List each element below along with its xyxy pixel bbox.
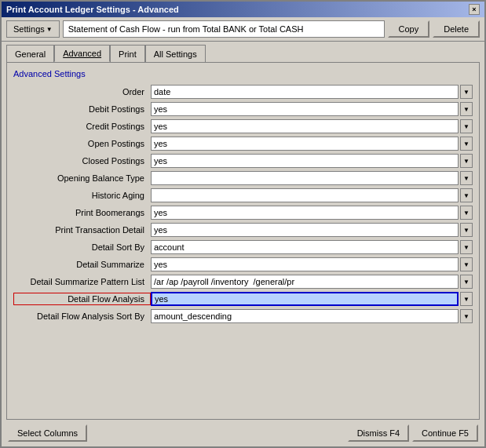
field-row-print-boomerangs: Print Boomerangs▼ xyxy=(13,206,473,220)
field-dropdown-detail-flow-analysis-sort-by[interactable]: ▼ xyxy=(460,309,473,323)
field-input-closed-postings[interactable] xyxy=(151,154,459,168)
field-row-historic-aging: Historic Aging▼ xyxy=(13,188,473,202)
tab-all-settings[interactable]: All Settings xyxy=(145,45,206,62)
field-input-order[interactable] xyxy=(151,85,459,99)
field-label-print-transaction-detail: Print Transaction Detail xyxy=(13,225,151,235)
footer-left: Select Columns xyxy=(8,424,87,442)
field-row-closed-postings: Closed Postings▼ xyxy=(13,154,473,168)
field-dropdown-order[interactable]: ▼ xyxy=(460,85,473,99)
field-label-order: Order xyxy=(13,87,151,97)
field-dropdown-print-boomerangs[interactable]: ▼ xyxy=(460,206,473,220)
field-input-wrap-print-transaction-detail: ▼ xyxy=(151,223,473,237)
field-dropdown-credit-postings[interactable]: ▼ xyxy=(460,119,473,133)
field-input-detail-summarize[interactable] xyxy=(151,257,459,271)
tab-general[interactable]: General xyxy=(6,45,54,62)
tab-advanced[interactable]: Advanced xyxy=(54,45,110,62)
field-label-print-boomerangs: Print Boomerangs xyxy=(13,208,151,217)
select-columns-button[interactable]: Select Columns xyxy=(8,424,87,442)
field-input-detail-flow-analysis[interactable] xyxy=(151,292,459,306)
field-row-detail-flow-analysis-sort-by: Detail Flow Analysis Sort By▼ xyxy=(13,309,473,323)
field-input-opening-balance-type[interactable] xyxy=(151,171,459,185)
field-label-historic-aging: Historic Aging xyxy=(13,191,151,200)
dismiss-button[interactable]: Dismiss F4 xyxy=(348,424,409,442)
toolbar: Settings ▼ Statement of Cash Flow - run … xyxy=(2,17,484,42)
field-input-wrap-detail-summarize: ▼ xyxy=(151,257,473,271)
field-input-debit-postings[interactable] xyxy=(151,102,459,116)
field-row-opening-balance-type: Opening Balance Type▼ xyxy=(13,171,473,185)
tab-print[interactable]: Print xyxy=(110,45,145,62)
field-label-opening-balance-type: Opening Balance Type xyxy=(13,173,151,183)
footer-right: Dismiss F4 Continue F5 xyxy=(348,424,478,442)
field-row-open-postings: Open Postings▼ xyxy=(13,137,473,151)
field-dropdown-historic-aging[interactable]: ▼ xyxy=(460,188,473,202)
field-dropdown-print-transaction-detail[interactable]: ▼ xyxy=(460,223,473,237)
field-dropdown-opening-balance-type[interactable]: ▼ xyxy=(460,171,473,185)
field-row-order: Order▼ xyxy=(13,85,473,99)
field-input-wrap-detail-flow-analysis-sort-by: ▼ xyxy=(151,309,473,323)
field-input-wrap-debit-postings: ▼ xyxy=(151,102,473,116)
field-dropdown-detail-summarize-pattern-list[interactable]: ▼ xyxy=(460,275,473,289)
delete-button[interactable]: Delete xyxy=(433,20,480,38)
copy-button[interactable]: Copy xyxy=(388,20,430,38)
settings-button[interactable]: Settings ▼ xyxy=(6,20,60,38)
main-window: Print Account Ledger Settings - Advanced… xyxy=(0,0,486,448)
field-input-detail-flow-analysis-sort-by[interactable] xyxy=(151,309,459,323)
continue-button[interactable]: Continue F5 xyxy=(412,424,478,442)
window-title: Print Account Ledger Settings - Advanced xyxy=(6,5,179,14)
tabs-bar: General Advanced Print All Settings xyxy=(2,42,484,62)
settings-label: Settings xyxy=(13,24,45,34)
section-title: Advanced Settings xyxy=(13,69,473,78)
field-label-detail-flow-analysis-sort-by: Detail Flow Analysis Sort By xyxy=(13,311,151,321)
field-input-wrap-historic-aging: ▼ xyxy=(151,188,473,202)
field-input-wrap-order: ▼ xyxy=(151,85,473,99)
field-row-detail-summarize: Detail Summarize▼ xyxy=(13,257,473,271)
field-input-detail-summarize-pattern-list[interactable] xyxy=(151,275,459,289)
field-row-detail-summarize-pattern-list: Detail Summarize Pattern List▼ xyxy=(13,275,473,289)
field-input-wrap-detail-summarize-pattern-list: ▼ xyxy=(151,275,473,289)
field-input-open-postings[interactable] xyxy=(151,137,459,151)
field-input-wrap-detail-sort-by: ▼ xyxy=(151,240,473,254)
field-label-closed-postings: Closed Postings xyxy=(13,156,151,166)
field-dropdown-detail-sort-by[interactable]: ▼ xyxy=(460,240,473,254)
field-input-wrap-open-postings: ▼ xyxy=(151,137,473,151)
field-row-credit-postings: Credit Postings▼ xyxy=(13,119,473,133)
field-dropdown-detail-flow-analysis[interactable]: ▼ xyxy=(460,292,473,306)
field-dropdown-closed-postings[interactable]: ▼ xyxy=(460,154,473,168)
field-input-credit-postings[interactable] xyxy=(151,119,459,133)
field-label-detail-sort-by: Detail Sort By xyxy=(13,242,151,252)
field-dropdown-open-postings[interactable]: ▼ xyxy=(460,137,473,151)
title-bar: Print Account Ledger Settings - Advanced… xyxy=(2,2,484,17)
field-input-wrap-detail-flow-analysis: ▼ xyxy=(151,292,473,306)
statement-text: Statement of Cash Flow - run from Total … xyxy=(63,20,385,38)
field-input-print-boomerangs[interactable] xyxy=(151,206,459,220)
field-row-print-transaction-detail: Print Transaction Detail▼ xyxy=(13,223,473,237)
field-label-detail-flow-analysis: Detail Flow Analysis xyxy=(13,293,151,305)
field-input-wrap-print-boomerangs: ▼ xyxy=(151,206,473,220)
field-input-detail-sort-by[interactable] xyxy=(151,240,459,254)
field-label-debit-postings: Debit Postings xyxy=(13,104,151,114)
field-row-detail-flow-analysis: Detail Flow Analysis▼ xyxy=(13,292,473,306)
field-row-detail-sort-by: Detail Sort By▼ xyxy=(13,240,473,254)
field-input-wrap-opening-balance-type: ▼ xyxy=(151,171,473,185)
field-dropdown-debit-postings[interactable]: ▼ xyxy=(460,102,473,116)
field-input-print-transaction-detail[interactable] xyxy=(151,223,459,237)
footer: Select Columns Dismiss F4 Continue F5 xyxy=(2,420,484,446)
field-input-wrap-credit-postings: ▼ xyxy=(151,119,473,133)
field-label-open-postings: Open Postings xyxy=(13,139,151,148)
field-dropdown-detail-summarize[interactable]: ▼ xyxy=(460,257,473,271)
close-button[interactable]: × xyxy=(469,4,480,15)
field-input-wrap-closed-postings: ▼ xyxy=(151,154,473,168)
fields-container: Order▼Debit Postings▼Credit Postings▼Ope… xyxy=(13,85,473,323)
field-input-historic-aging[interactable] xyxy=(151,188,459,202)
field-label-detail-summarize-pattern-list: Detail Summarize Pattern List xyxy=(13,277,151,286)
content-area: Advanced Settings Order▼Debit Postings▼C… xyxy=(6,62,480,420)
field-label-credit-postings: Credit Postings xyxy=(13,122,151,131)
settings-dropdown-arrow: ▼ xyxy=(46,26,53,33)
field-label-detail-summarize: Detail Summarize xyxy=(13,260,151,269)
field-row-debit-postings: Debit Postings▼ xyxy=(13,102,473,116)
